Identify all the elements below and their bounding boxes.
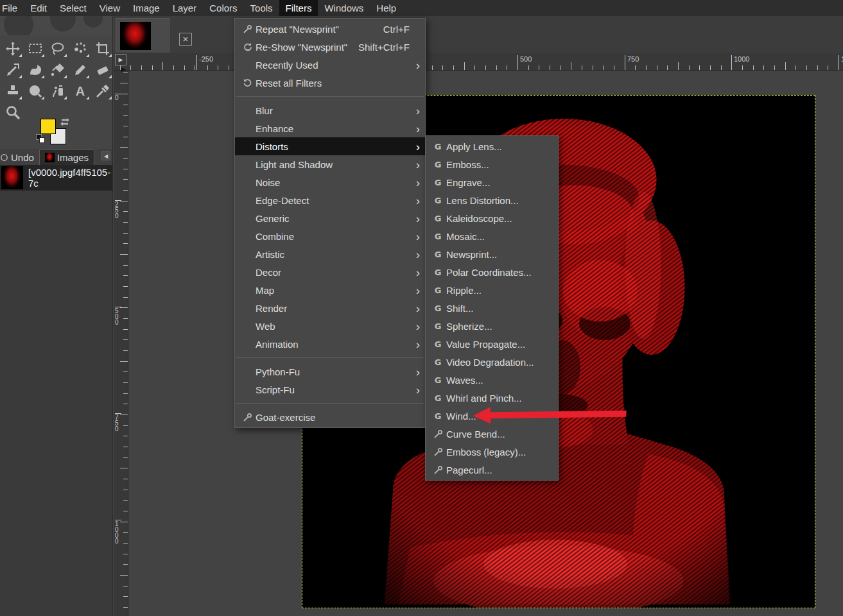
wrench-icon	[430, 429, 446, 439]
menu-item-lens-distortion[interactable]: GLens Distortion...	[426, 191, 558, 209]
menu-help[interactable]: Help	[370, 0, 403, 16]
menu-item-combine[interactable]: Combine	[235, 227, 425, 245]
foreground-color-swatch[interactable]	[40, 119, 56, 134]
menu-edit[interactable]: Edit	[24, 0, 53, 16]
ruler-origin-button[interactable]: ▶	[115, 54, 126, 65]
menu-select[interactable]: Select	[53, 0, 93, 16]
ruler-label: 500	[115, 307, 121, 325]
menu-item-artistic[interactable]: Artistic	[235, 245, 425, 263]
default-colors-icon[interactable]	[36, 134, 45, 143]
color-picker-tool-icon[interactable]	[91, 80, 113, 101]
gegl-icon: G	[430, 250, 446, 259]
menu-colors[interactable]: Colors	[203, 0, 243, 16]
menu-item-pagecurl[interactable]: Pagecurl...	[426, 461, 558, 479]
pencil-tool-icon[interactable]	[69, 59, 91, 80]
image-list-item[interactable]: [v0000.jpgf4ff5105-7c	[0, 165, 113, 191]
menu-item-shift[interactable]: GShift...	[426, 299, 558, 317]
swap-colors-icon[interactable]	[59, 116, 71, 128]
menu-item-newsprint[interactable]: GNewsprint...	[426, 245, 558, 263]
zoom-tool-icon[interactable]	[1, 101, 24, 123]
free-select-tool-icon[interactable]	[46, 38, 69, 59]
menu-item-generic[interactable]: Generic	[235, 209, 425, 227]
menu-image[interactable]: Image	[126, 0, 166, 16]
menu-item-blur[interactable]: Blur	[235, 101, 425, 119]
clone-tool-icon[interactable]	[1, 80, 24, 101]
menu-item-mosaic[interactable]: GMosaic...	[426, 227, 558, 245]
menu-item-animation[interactable]: Animation	[235, 335, 425, 353]
menu-item-decor[interactable]: Decor	[235, 263, 425, 281]
menu-windows[interactable]: Windows	[318, 0, 370, 16]
ruler-label: 750	[625, 55, 639, 71]
menu-item-waves[interactable]: GWaves...	[426, 371, 558, 389]
smudge-tool-icon[interactable]	[24, 80, 46, 101]
submenu-arrow-icon	[412, 338, 420, 350]
gegl-icon: G	[430, 375, 446, 385]
transform-tool-icon[interactable]	[1, 59, 24, 80]
rectangle-select-tool-icon[interactable]	[24, 38, 46, 59]
menu-item-kaleidoscope[interactable]: GKaleidoscope...	[426, 209, 558, 227]
gegl-icon: G	[430, 393, 446, 403]
select-by-color-tool-icon[interactable]	[69, 38, 91, 59]
image-tab-bar: ×	[114, 16, 843, 53]
submenu-arrow-icon	[412, 384, 420, 396]
ink-tool-icon[interactable]	[46, 80, 69, 101]
menu-item-emboss-legacy[interactable]: Emboss (legacy)...	[426, 443, 558, 461]
menu-item-render[interactable]: Render	[235, 299, 425, 317]
crop-tool-icon[interactable]	[91, 38, 113, 59]
menu-item-noise[interactable]: Noise	[235, 173, 425, 191]
text-tool-icon[interactable]: A	[69, 80, 91, 101]
warp-tool-icon[interactable]	[24, 59, 46, 80]
menu-item-web[interactable]: Web	[235, 317, 425, 335]
reset-icon	[239, 78, 256, 88]
tab-undo[interactable]: Undo	[0, 150, 39, 165]
dock-menu-button[interactable]: ◀	[101, 151, 110, 160]
foreground-background-colors[interactable]	[37, 117, 76, 151]
menu-item-reset-all-filters[interactable]: Reset all Filters	[235, 74, 425, 92]
shortcut: Shift+Ctrl+F	[358, 42, 410, 53]
eraser-tool-icon[interactable]	[91, 59, 113, 80]
submenu-arrow-icon	[412, 176, 420, 189]
ruler-position-marker: ▶	[121, 66, 126, 73]
menu-item-edge-detect[interactable]: Edge-Detect	[235, 191, 425, 209]
tab-images[interactable]: Images	[39, 150, 94, 165]
menu-item-enhance[interactable]: Enhance	[235, 119, 425, 137]
tab-label: Undo	[11, 152, 34, 163]
menu-item-video-degradation[interactable]: GVideo Degradation...	[426, 353, 558, 371]
image-tab[interactable]: ×	[116, 18, 169, 53]
menu-file[interactable]: File	[0, 0, 24, 16]
menu-item-emboss[interactable]: GEmboss...	[426, 155, 558, 173]
images-tab-icon	[45, 153, 55, 162]
menu-view[interactable]: View	[93, 0, 126, 16]
submenu-arrow-icon	[412, 123, 420, 135]
menu-tools[interactable]: Tools	[244, 0, 279, 16]
menu-item-polar-coordinates[interactable]: GPolar Coordinates...	[426, 263, 558, 281]
menu-item-map[interactable]: Map	[235, 281, 425, 299]
menu-item-goat-exercise[interactable]: Goat-exercise	[235, 408, 425, 426]
menu-item-value-propagate[interactable]: GValue Propagate...	[426, 335, 558, 353]
menu-item-recently-used[interactable]: Recently Used	[235, 56, 425, 74]
menu-item-distorts[interactable]: Distorts	[235, 137, 425, 155]
menu-item-ripple[interactable]: GRipple...	[426, 281, 558, 299]
reshow-icon	[239, 42, 256, 52]
menu-item-script-fu[interactable]: Script-Fu	[235, 381, 425, 398]
vertical-ruler[interactable]: 0 250 500 750 1000	[114, 71, 128, 616]
menu-item-python-fu[interactable]: Python-Fu	[235, 363, 425, 381]
close-tab-button[interactable]: ×	[179, 33, 192, 46]
bucket-fill-tool-icon[interactable]	[46, 59, 69, 80]
menu-item-spherize[interactable]: GSpherize...	[426, 317, 558, 335]
menu-filters[interactable]: Filters	[279, 0, 318, 16]
gegl-icon: G	[430, 214, 446, 223]
gegl-icon: G	[430, 286, 446, 295]
menu-item-reshow[interactable]: Re-Show "Newsprint" Shift+Ctrl+F	[235, 38, 425, 56]
horizontal-ruler[interactable]: -250 500 750 1000 1250	[114, 53, 843, 71]
gegl-icon: G	[430, 178, 446, 187]
gegl-icon: G	[430, 196, 446, 205]
menu-item-repeat[interactable]: Repeat "Newsprint" Ctrl+F	[235, 20, 425, 38]
menu-layer[interactable]: Layer	[166, 0, 204, 16]
move-tool-icon[interactable]	[1, 38, 24, 59]
menu-item-curve-bend[interactable]: Curve Bend...	[426, 425, 558, 443]
menubar: File Edit Select View Image Layer Colors…	[0, 0, 843, 16]
menu-item-apply-lens[interactable]: GApply Lens...	[426, 137, 558, 155]
menu-item-engrave[interactable]: GEngrave...	[426, 173, 558, 191]
menu-item-light-and-shadow[interactable]: Light and Shadow	[235, 155, 425, 173]
